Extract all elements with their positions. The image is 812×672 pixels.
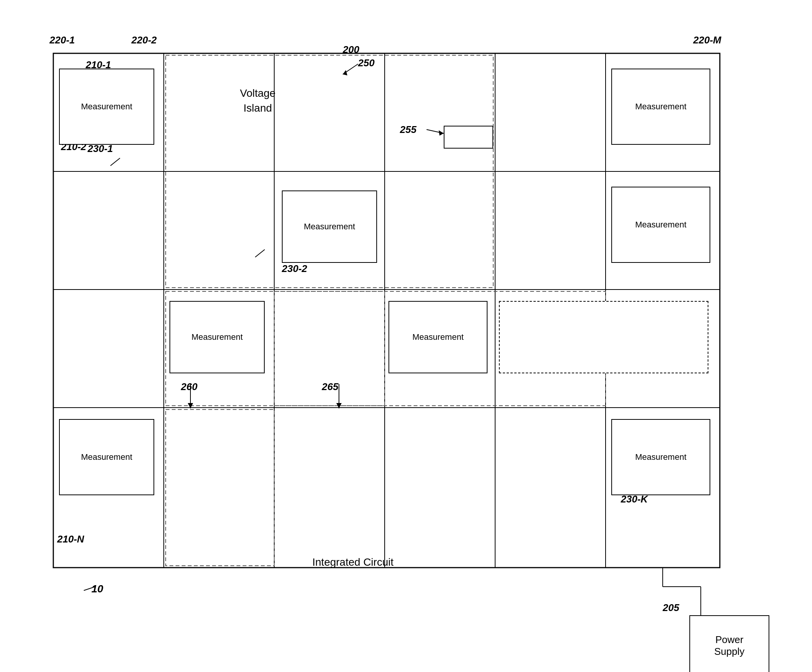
meas-box-row1-col4: Measurement xyxy=(611,187,710,263)
label-230-K: 230-K xyxy=(621,493,648,505)
svg-line-18 xyxy=(426,130,444,133)
label-210-N: 210-N xyxy=(57,533,84,545)
label-265: 265 xyxy=(322,381,338,393)
power-supply-box: Power Supply xyxy=(689,615,769,672)
svg-marker-17 xyxy=(343,70,347,75)
meas-box-top-right: Measurement xyxy=(611,68,710,145)
label-200: 200 xyxy=(343,44,359,56)
ic-label: Integrated Circuit xyxy=(312,556,393,568)
svg-rect-12 xyxy=(165,409,274,566)
meas-box-230-2: Measurement xyxy=(282,191,377,263)
label-255: 255 xyxy=(400,124,416,136)
meas-box-230-K: Measurement xyxy=(611,419,710,495)
svg-marker-23 xyxy=(188,403,193,408)
label-220-2: 220-2 xyxy=(131,34,157,46)
box-255 xyxy=(444,126,493,148)
label-230-2: 230-2 xyxy=(282,263,307,275)
meas-box-row2-col3: Measurement xyxy=(389,301,488,374)
label-205: 205 xyxy=(663,602,679,614)
meas-box-row2-col45 xyxy=(499,301,708,374)
meas-box-row3-col0: Measurement xyxy=(59,419,154,495)
svg-marker-25 xyxy=(336,403,342,408)
label-230-1: 230-1 xyxy=(88,143,113,155)
meas-box-row2-col1: Measurement xyxy=(169,301,265,374)
svg-marker-19 xyxy=(439,130,444,136)
svg-line-16 xyxy=(343,64,358,74)
label-220-1: 220-1 xyxy=(49,34,75,46)
svg-line-21 xyxy=(255,249,265,257)
label-260: 260 xyxy=(181,381,197,393)
meas-box-230-1: Measurement xyxy=(59,68,154,145)
voltage-island-label: Voltage Island xyxy=(240,86,275,116)
label-10: 10 xyxy=(91,583,103,595)
label-220-M: 220-M xyxy=(693,34,722,46)
label-250: 250 xyxy=(358,57,374,69)
diagram-container: 220-1 220-2 220-M 210-1 210-2 210-N 200 … xyxy=(23,23,777,652)
svg-line-20 xyxy=(111,158,120,166)
